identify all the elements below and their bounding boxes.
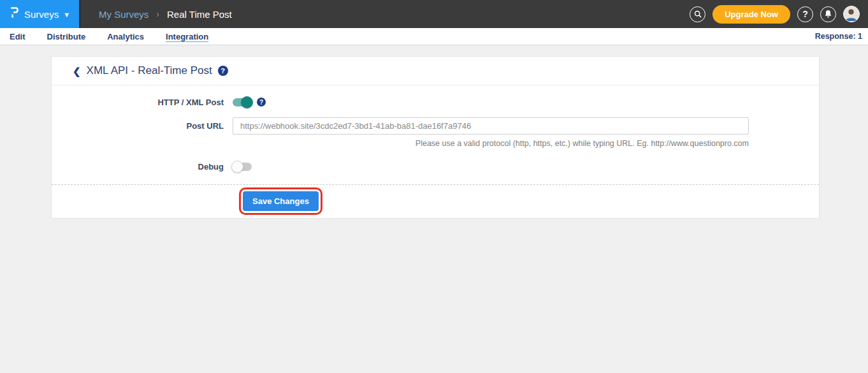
http-xml-post-label: HTTP / XML Post xyxy=(52,98,233,107)
response-count: Response: 1 xyxy=(815,32,868,41)
breadcrumb-separator-icon: › xyxy=(156,9,159,19)
url-protocol-hint: Please use a valid protocol (http, https… xyxy=(52,139,749,148)
tab-edit[interactable]: Edit xyxy=(10,32,25,41)
brand-label: Surveys xyxy=(24,9,59,20)
http-xml-post-help-icon[interactable]: ? xyxy=(257,98,266,106)
debug-label: Debug xyxy=(52,162,233,172)
tab-distribute[interactable]: Distribute xyxy=(47,32,86,41)
user-avatar[interactable] xyxy=(843,6,860,22)
chevron-down-icon: ▼ xyxy=(63,11,70,18)
debug-toggle[interactable] xyxy=(233,163,252,171)
card-footer: Save Changes xyxy=(52,185,819,218)
title-help-icon[interactable]: ? xyxy=(218,66,228,76)
back-button[interactable]: ❮ xyxy=(73,66,81,76)
breadcrumb-my-surveys[interactable]: My Surveys xyxy=(99,9,148,20)
top-navbar: Surveys ▼ My Surveys › Real Time Post Up… xyxy=(0,0,868,28)
search-button[interactable] xyxy=(690,6,705,22)
question-mark-icon: ? xyxy=(802,10,808,18)
breadcrumb: My Surveys › Real Time Post xyxy=(99,9,232,20)
http-xml-post-toggle[interactable] xyxy=(233,98,252,106)
bell-icon xyxy=(824,10,832,18)
toggle-knob xyxy=(231,161,243,173)
survey-tabbar: Edit Distribute Analytics Integration Re… xyxy=(0,28,868,45)
card-header: ❮ XML API - Real-Time Post ? xyxy=(52,57,819,85)
post-url-input[interactable] xyxy=(233,117,749,135)
brand-surveys-menu[interactable]: Surveys ▼ xyxy=(0,0,81,28)
questionpro-logo-icon xyxy=(9,6,20,22)
upgrade-now-button[interactable]: Upgrade Now xyxy=(712,5,790,24)
toggle-knob xyxy=(241,96,253,108)
main-content: ❮ XML API - Real-Time Post ? HTTP / XML … xyxy=(0,45,868,219)
tab-analytics[interactable]: Analytics xyxy=(107,32,144,41)
notifications-button[interactable] xyxy=(820,6,836,22)
tab-integration[interactable]: Integration xyxy=(166,32,208,41)
debug-row: Debug xyxy=(52,159,819,173)
breadcrumb-current: Real Time Post xyxy=(167,9,232,20)
help-button[interactable]: ? xyxy=(797,6,813,22)
post-url-row: Post URL xyxy=(52,117,819,135)
http-xml-post-row: HTTP / XML Post ? xyxy=(52,95,819,109)
save-changes-button[interactable]: Save Changes xyxy=(243,191,319,211)
page-title: XML API - Real-Time Post xyxy=(87,64,212,77)
xml-api-card: ❮ XML API - Real-Time Post ? HTTP / XML … xyxy=(51,56,820,219)
post-url-label: Post URL xyxy=(52,121,233,131)
navbar-actions: Upgrade Now ? xyxy=(690,5,868,24)
search-icon xyxy=(693,10,702,18)
realtime-post-form: HTTP / XML Post ? Post URL Please use a … xyxy=(52,85,819,218)
